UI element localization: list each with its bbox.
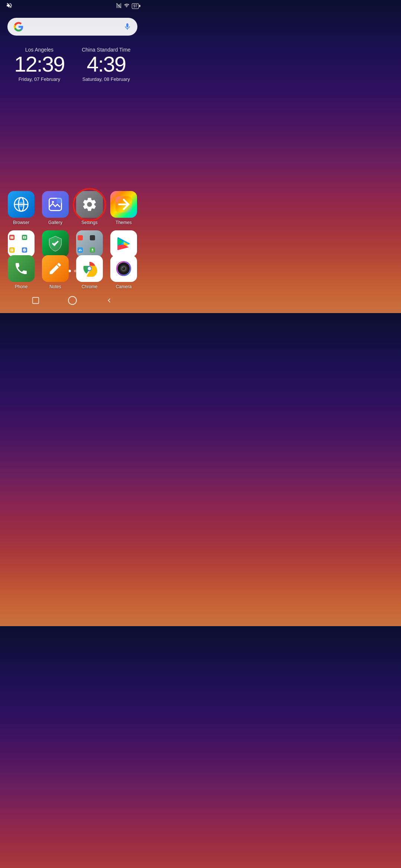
gallery-label: Gallery [48,220,62,225]
clock-date-1: Friday, 07 February [14,76,64,82]
battery-icon: 97 [132,3,139,9]
chrome-label: Chrome [82,284,98,289]
clocks-section: Los Angeles 12:39 Friday, 07 February Ch… [0,39,145,86]
phone-label: Phone [15,284,28,289]
clock-time-1: 12:39 [14,53,64,75]
battery-level: 97 [133,4,137,8]
app-settings[interactable]: Settings [74,191,105,225]
notes-label: Notes [49,284,61,289]
signal-icon [116,3,121,9]
svg-point-4 [19,202,24,207]
nav-bar [6,294,139,307]
dock-chrome[interactable]: Chrome [74,255,105,289]
clock-china: China Standard Time 4:39 Saturday, 08 Fe… [82,47,131,82]
dock-apps: Phone Notes Ch [6,255,139,289]
svg-point-12 [88,267,91,270]
status-bar: 97 [0,0,145,10]
svg-rect-7 [57,198,62,203]
settings-label: Settings [81,220,97,225]
camera-icon [110,255,137,282]
app-row-1: Browser Gallery Settings [6,191,139,225]
nav-home-button[interactable] [66,294,79,307]
dock-phone[interactable]: Phone [6,255,36,289]
nav-back-button[interactable] [102,294,116,307]
themes-label: Themes [115,220,131,225]
wifi-icon [124,3,130,9]
svg-point-20 [68,296,76,305]
search-bar-container [0,10,145,39]
status-right-icons: 97 [116,3,139,9]
app-gallery[interactable]: Gallery [40,191,71,225]
themes-icon [110,191,137,218]
phone-icon [8,255,35,282]
mute-icon [6,2,13,10]
app-browser[interactable]: Browser [6,191,36,225]
dock-camera[interactable]: Camera [108,255,139,289]
camera-label: Camera [116,284,132,289]
clock-date-2: Saturday, 08 February [82,76,131,82]
google-logo [13,22,24,32]
browser-label: Browser [13,220,29,225]
notes-icon [42,255,69,282]
browser-icon [8,191,35,218]
app-themes[interactable]: Themes [108,191,139,225]
svg-point-6 [52,201,54,203]
nav-recents-button[interactable] [29,294,42,307]
clock-los-angeles: Los Angeles 12:39 Friday, 07 February [14,47,64,82]
svg-point-18 [123,267,124,269]
svg-rect-19 [32,297,39,304]
clock-time-2: 4:39 [82,53,131,75]
mic-icon[interactable] [123,23,131,31]
chrome-icon [76,255,103,282]
dock-notes[interactable]: Notes [40,255,71,289]
settings-icon [76,191,103,218]
dock: Phone Notes Ch [0,252,145,313]
gallery-icon [42,191,69,218]
google-search-bar[interactable] [7,18,137,36]
